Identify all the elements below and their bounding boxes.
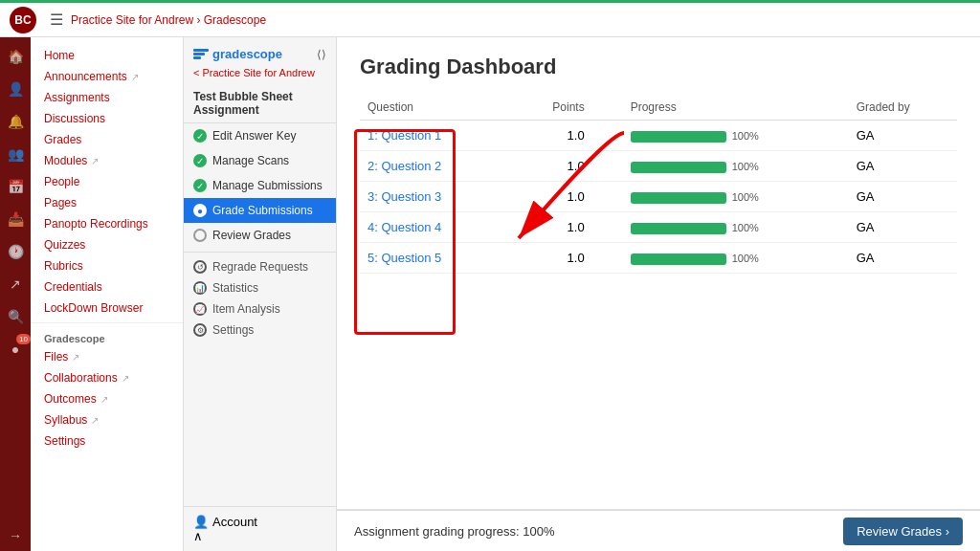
question-link[interactable]: 5: Question 5 [368, 251, 441, 265]
question-cell[interactable]: 4: Question 4 [360, 212, 501, 243]
gs-divider [184, 252, 336, 253]
question-cell[interactable]: 1: Question 1 [360, 121, 501, 151]
site-name[interactable]: Practice Site for Andrew [71, 13, 193, 27]
gs-edit-answer-key[interactable]: ✓ Edit Answer Key [184, 123, 336, 148]
points-cell: 1.0 [501, 212, 623, 243]
gs-settings-icon: ⚙ [193, 323, 207, 337]
gs-header: gradescope ⟨⟩ [184, 37, 336, 65]
hamburger-icon[interactable]: ☰ [50, 11, 63, 29]
question-cell[interactable]: 3: Question 3 [360, 182, 501, 212]
nav-collaborations[interactable]: Collaborations ↗ [31, 367, 183, 388]
nav-people[interactable]: People [31, 171, 183, 192]
nav-syllabus[interactable]: Syllabus ↗ [31, 409, 183, 430]
question-cell[interactable]: 5: Question 5 [360, 243, 501, 274]
sidebar-people-icon[interactable]: 👥 [4, 143, 27, 165]
nav-rubrics[interactable]: Rubrics [31, 255, 183, 276]
gs-grade-check: ● [193, 204, 207, 217]
gs-settings-label: Settings [212, 323, 254, 337]
sidebar-share-icon[interactable]: ↗ [4, 273, 27, 296]
nav-outcomes-icon: ↗ [100, 394, 108, 405]
gs-grade-submissions[interactable]: ● Grade Submissions [184, 198, 336, 223]
account-icon: 👤 [193, 515, 209, 529]
question-link[interactable]: 1: Question 1 [368, 128, 441, 143]
nav-lockdown[interactable]: LockDown Browser [31, 298, 183, 319]
gs-statistics-icon: 📊 [193, 281, 207, 295]
nav-discussions[interactable]: Discussions [31, 108, 183, 129]
sidebar-inbox-icon[interactable]: 📥 [4, 208, 27, 231]
gs-item-analysis-label: Item Analysis [212, 302, 280, 316]
progress-cell: 100% [623, 182, 849, 212]
nav-pages-label: Pages [44, 196, 77, 209]
top-bar: BC ☰ Practice Site for Andrew › Gradesco… [0, 3, 980, 37]
progress-label: 100% [732, 222, 759, 233]
nav-modules[interactable]: Modules ↗ [31, 150, 183, 171]
progress-label: 100% [732, 130, 759, 142]
progress-bar-wrap [631, 131, 726, 143]
sidebar-bell-icon[interactable]: 🔔 [4, 110, 27, 133]
nav-announcements[interactable]: Announcements ↗ [31, 66, 183, 87]
sidebar-user-icon[interactable]: 👤 [4, 77, 27, 100]
gs-review-grades[interactable]: Review Grades [184, 223, 336, 248]
sidebar-search-icon[interactable]: 🔍 [4, 305, 27, 328]
table-row: 1: Question 11.0100%GA [360, 121, 957, 151]
gs-back-link[interactable]: Practice Site for Andrew [184, 65, 336, 84]
progress-bar-wrap [631, 223, 726, 234]
gs-statistics[interactable]: 📊 Statistics [184, 277, 336, 298]
nav-assignments[interactable]: Assignments [31, 87, 183, 108]
gs-item-analysis[interactable]: 📈 Item Analysis [184, 298, 336, 320]
nav-files[interactable]: Files ↗ [31, 346, 183, 367]
nav-settings-label: Settings [44, 434, 85, 448]
question-link[interactable]: 2: Question 2 [368, 159, 441, 173]
gs-collapse-icon[interactable]: ⟨⟩ [317, 48, 326, 61]
sidebar-clock-icon[interactable]: 🕐 [4, 240, 27, 263]
gs-settings[interactable]: ⚙ Settings [184, 320, 336, 341]
graded-by-cell: GA [849, 243, 957, 274]
gs-manage-submissions[interactable]: ✓ Manage Submissions [184, 173, 336, 198]
gs-review-check [193, 229, 207, 242]
sidebar-calendar-icon[interactable]: 📅 [4, 175, 27, 198]
table-row: 2: Question 21.0100%GA [360, 151, 957, 182]
progress-bar-wrap [631, 162, 726, 173]
nav-settings[interactable]: Settings [31, 430, 183, 452]
nav-panopto[interactable]: Panopto Recordings [31, 213, 183, 234]
gs-manage-scans[interactable]: ✓ Manage Scans [184, 148, 336, 173]
nav-pages[interactable]: Pages [31, 192, 183, 213]
progress-bar-fill [631, 131, 726, 143]
progress-cell: 100% [623, 243, 849, 274]
sidebar-badge-icon[interactable]: ● [4, 338, 27, 361]
grading-progress-text: Assignment grading progress: 100% [354, 524, 832, 539]
main-content: Grading Dashboard Question Points Progre… [337, 37, 980, 551]
gs-regrade-label: Regrade Requests [212, 260, 308, 274]
page-name: Gradescope [204, 13, 266, 27]
account-label: Account [212, 515, 257, 529]
nav-grades[interactable]: Grades [31, 129, 183, 150]
nav-credentials[interactable]: Credentials [31, 276, 183, 298]
gs-regrade-requests[interactable]: ↺ Regrade Requests [184, 256, 336, 277]
progress-bar-fill [631, 162, 726, 173]
nav-outcomes[interactable]: Outcomes ↗ [31, 388, 183, 409]
nav-outcomes-label: Outcomes [44, 392, 97, 406]
graded-by-cell: GA [849, 121, 957, 151]
nav-quizzes[interactable]: Quizzes [31, 234, 183, 255]
question-link[interactable]: 3: Question 3 [368, 189, 441, 204]
grading-table: Question Points Progress Graded by 1: Qu… [360, 95, 957, 274]
nav-home-label: Home [44, 49, 75, 62]
breadcrumb: Practice Site for Andrew › Gradescope [71, 13, 266, 27]
account-row[interactable]: 👤 Account ∧ [193, 515, 326, 543]
review-grades-button[interactable]: Review Grades › [843, 518, 963, 545]
sidebar-home-icon[interactable]: 🏠 [4, 45, 27, 68]
page-title: Grading Dashboard [360, 55, 957, 79]
account-chevron-icon: ∧ [193, 529, 203, 543]
gs-review-label: Review Grades [212, 229, 291, 242]
question-cell[interactable]: 2: Question 2 [360, 151, 501, 182]
gs-edit-check: ✓ [193, 129, 207, 143]
nav-sidebar: Home Announcements ↗ Assignments Discuss… [31, 37, 184, 551]
gs-logo-text: gradescope [212, 47, 282, 61]
progress-label: 100% [732, 161, 759, 172]
nav-modules-icon: ↗ [91, 156, 99, 166]
breadcrumb-separator: › [196, 13, 203, 27]
nav-home[interactable]: Home [31, 45, 183, 66]
question-link[interactable]: 4: Question 4 [368, 220, 441, 234]
nav-grades-label: Grades [44, 133, 81, 146]
sidebar-arrow-icon[interactable]: → [9, 528, 22, 543]
